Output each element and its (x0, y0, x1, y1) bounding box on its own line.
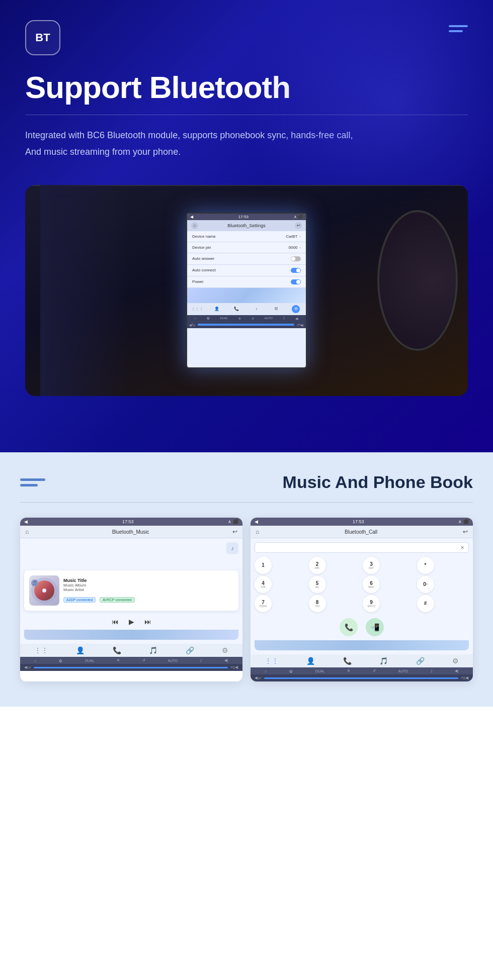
nav-phone-icon[interactable]: 📞 (113, 646, 121, 654)
avrcp-badge: AVRCP connected (100, 597, 135, 603)
dial-key-3[interactable]: 3DEF (363, 557, 380, 574)
dial-input[interactable]: ✕ (255, 542, 469, 553)
back-nav-btn[interactable]: ↩ (295, 222, 302, 229)
nav-apps-icon[interactable]: ⋮⋮ (265, 657, 279, 665)
music-album: Music Album (63, 583, 233, 587)
screen-topbar: ◀ 17:53 ∧ ⬛ (187, 214, 306, 220)
music-topbar: ◀ 17:53 ∧ ⬛ (20, 518, 242, 526)
nav-settings-icon[interactable]: ⚙ (222, 646, 228, 654)
call-car-strip-1: ⌂⏻DUAL❄↺AUTO⤴◀) (251, 667, 473, 674)
car-strip-1: ⌂⏻DUAL❄↺AUTO⤴◀) (187, 315, 306, 322)
bottom-section: Music And Phone Book ◀ 17:53 ∧ ⬛ ⌂ Bluet… (0, 452, 493, 707)
call-back-btn[interactable]: ↩ (463, 528, 468, 535)
music-wave (24, 630, 238, 640)
dialpad: 1 2ABC 3DEF * 4GHI 5JKL 6MNO 0· 7PQRS 8T… (255, 557, 469, 612)
bt-logo: BT (25, 20, 60, 55)
dial-key-9[interactable]: 9WXYZ (363, 595, 380, 612)
car-screen: ◀ 17:53 ∧ ⬛ ⌂ Bluetooth_Settings ↩ Devic… (186, 213, 307, 368)
dial-key-2[interactable]: 2ABC (309, 557, 326, 574)
album-art: 🎵 (29, 575, 59, 606)
nav-apps-icon[interactable]: ⋮⋮⋮ (193, 305, 201, 313)
nav-settings-icon[interactable]: ⚙ (452, 657, 459, 665)
dial-key-8[interactable]: 8TUV (309, 595, 326, 612)
menu-line-1 (449, 25, 468, 27)
car-dashboard: ◀ 17:53 ∧ ⬛ ⌂ Bluetooth_Settings ↩ Devic… (25, 185, 468, 396)
call-bottom-nav: ⋮⋮ 👤 📞 🎵 🔗 ⚙ (251, 654, 473, 667)
nav-link-icon[interactable]: ⛓ (272, 305, 280, 313)
nav-music-icon[interactable]: 🎵 (379, 657, 388, 665)
menu-line-2 (449, 30, 463, 32)
screen-bottom-nav: ⋮⋮⋮ 👤 📞 ♪ ⛓ ⚙ (187, 303, 306, 315)
dial-key-5[interactable]: 5JKL (309, 576, 326, 593)
hero-divider (25, 115, 468, 115)
nav-phone-icon[interactable]: 📞 (232, 305, 240, 313)
screens-row: ◀ 17:53 ∧ ⬛ ⌂ Bluetooth_Music ↩ ♪ 🎵 (20, 518, 473, 681)
music-artist: Music Artist (63, 587, 233, 592)
nav-apps-icon[interactable]: ⋮⋮ (34, 646, 48, 654)
call-home-btn[interactable]: ⌂ (256, 528, 259, 535)
settings-row-auto-connect[interactable]: Auto connect (187, 265, 306, 276)
section-accent-lines (20, 478, 45, 486)
hero-description: Integrated with BC6 Bluetooth module, su… (25, 127, 377, 160)
clear-button[interactable]: ✕ (460, 545, 464, 550)
menu-button[interactable] (449, 20, 468, 32)
nav-music-icon[interactable]: 🎵 (149, 646, 157, 654)
music-bottom-nav: ⋮⋮ 👤 📞 🎵 🔗 ⚙ (20, 644, 242, 657)
home-nav-btn[interactable]: ⌂ (191, 222, 198, 229)
settings-row-device-name[interactable]: Device name CarBT › (187, 231, 306, 242)
call-body: ✕ 1 2ABC 3DEF * 4GHI 5JKL 6MNO 0· 7PQRS … (251, 538, 473, 654)
call-wave (255, 640, 469, 650)
music-body: ♪ 🎵 Music Title Music Album Music Artist… (20, 538, 242, 644)
music-controls: ⏮ ▶ ⏭ (24, 614, 238, 630)
call-topbar: ◀ 17:53 ∧ ⬛ (251, 518, 473, 526)
dial-key-7[interactable]: 7PQRS (255, 595, 272, 612)
nav-contact-icon[interactable]: 👤 (306, 657, 315, 665)
nav-contacts-icon[interactable]: 👤 (213, 305, 221, 313)
nav-music-icon[interactable]: ♪ (253, 305, 261, 313)
call-button[interactable]: 📞 (340, 618, 358, 636)
dial-key-1[interactable]: 1 (255, 557, 272, 574)
dial-key-0[interactable]: 0· (417, 576, 434, 593)
section-title: Music And Phone Book (283, 472, 473, 492)
section-header: Music And Phone Book (20, 472, 473, 492)
music-card: 🎵 Music Title Music Album Music Artist A… (24, 570, 238, 611)
next-button[interactable]: ⏭ (144, 618, 151, 626)
section-divider (20, 502, 473, 503)
car-strip-2: ◀0↙↗0◀) (187, 322, 306, 328)
screen-titlebar: ⌂ Bluetooth_Settings ↩ (187, 220, 306, 231)
dial-key-hash[interactable]: # (417, 595, 434, 612)
prev-button[interactable]: ⏮ (112, 618, 119, 626)
power-toggle[interactable] (291, 279, 301, 284)
a2dp-badge: A2DP connected (63, 597, 96, 603)
nav-link-icon[interactable]: 🔗 (416, 657, 425, 665)
settings-row-auto-answer[interactable]: Auto answer (187, 253, 306, 265)
screen-wave (187, 288, 306, 303)
music-info: Music Title Music Album Music Artist A2D… (63, 578, 233, 604)
hero-header: BT (25, 20, 468, 55)
music-car-strip-2: ◀0↙ ↗0◀) (20, 664, 242, 671)
music-note-icon[interactable]: ♪ (226, 542, 238, 554)
dial-key-4[interactable]: 4GHI (255, 576, 272, 593)
call-titlebar: ⌂ Bluetooth_Call ↩ (251, 526, 473, 538)
music-screen: ◀ 17:53 ∧ ⬛ ⌂ Bluetooth_Music ↩ ♪ 🎵 (20, 518, 242, 681)
music-car-strip-1: ⌂⏻DUAL❄↺AUTO⤴◀) (20, 657, 242, 664)
hero-title: Support Bluetooth (25, 70, 468, 105)
call-receive-button[interactable]: 📲 (366, 618, 384, 636)
nav-link-icon[interactable]: 🔗 (186, 646, 194, 654)
play-button[interactable]: ▶ (129, 618, 134, 626)
music-back-btn[interactable]: ↩ (232, 528, 237, 535)
settings-row-device-pin[interactable]: Device pin 0000 › (187, 242, 306, 253)
auto-answer-toggle[interactable] (291, 256, 301, 261)
music-titlebar: ⌂ Bluetooth_Music ↩ (20, 526, 242, 538)
car-area: ◀ 17:53 ∧ ⬛ ⌂ Bluetooth_Settings ↩ Devic… (25, 180, 468, 401)
settings-row-power[interactable]: Power (187, 276, 306, 288)
music-home-btn[interactable]: ⌂ (25, 528, 29, 535)
music-title: Music Title (63, 578, 233, 583)
nav-phone-icon[interactable]: 📞 (343, 657, 352, 665)
nav-contact-icon[interactable]: 👤 (76, 646, 85, 654)
nav-settings-icon[interactable]: ⚙ (292, 305, 300, 313)
hero-section: BT Support Bluetooth Integrated with BC6… (0, 0, 493, 452)
dial-key-6[interactable]: 6MNO (363, 576, 380, 593)
dial-key-star[interactable]: * (417, 557, 434, 574)
auto-connect-toggle[interactable] (291, 268, 301, 273)
